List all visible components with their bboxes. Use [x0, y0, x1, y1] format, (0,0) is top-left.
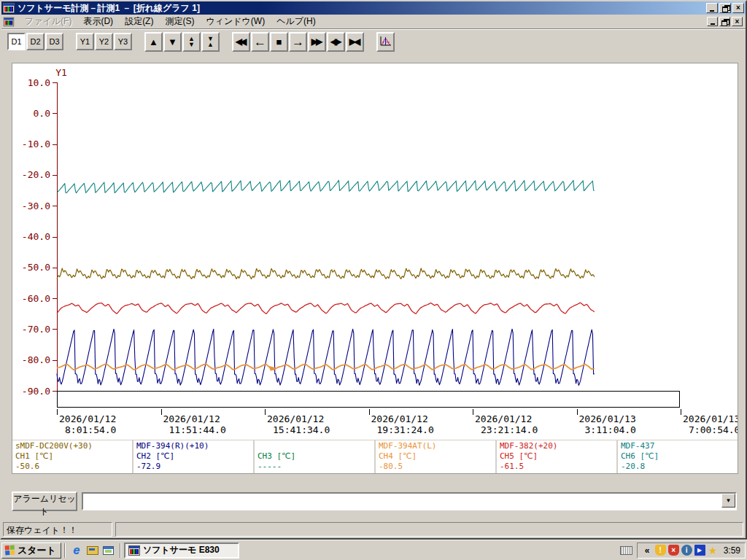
toolbar-compress-horizontal-button[interactable]: ▶◀	[346, 32, 364, 52]
toolbar-rewind-button[interactable]: ◀◀	[232, 32, 250, 52]
toolbar-expand-horizontal-button[interactable]: ◀▶	[327, 32, 345, 52]
toolbar-y2-button[interactable]: Y2	[95, 33, 113, 50]
restore-button[interactable]	[719, 3, 731, 13]
taskbar-clock: 3:59	[724, 545, 740, 556]
svg-text:-90.0: -90.0	[22, 386, 50, 397]
svg-text:2026/01/12: 2026/01/12	[267, 413, 324, 424]
toolbar-d3-button[interactable]: D3	[45, 33, 63, 50]
legend-channel-label: CH5 [℃]	[500, 451, 614, 462]
mdi-child-icon[interactable]	[4, 17, 14, 26]
taskbar-app-label: ソフトサーモ E830	[143, 544, 220, 556]
svg-text:0.0: 0.0	[34, 108, 50, 119]
svg-text:-20.0: -20.0	[22, 169, 50, 180]
window-title: ソフトサーモ計測－計測1 － [折れ線グラフ 1]	[18, 2, 706, 15]
taskbar-app-icon	[128, 545, 140, 556]
mdi-restore-icon	[721, 19, 728, 25]
taskbar-separator	[120, 543, 121, 558]
toolbar-scroll-up-button[interactable]: ▲	[144, 32, 163, 52]
title-bar: ソフトサーモ計測－計測1 － [折れ線グラフ 1] ×	[1, 1, 746, 15]
close-button[interactable]: ×	[732, 3, 744, 13]
minimize-icon	[710, 10, 714, 12]
system-tray: «!×i▶★3:59	[637, 542, 746, 559]
legend-channel-label: CH4 [℃]	[379, 451, 492, 462]
alarm-combobox[interactable]: ▼	[82, 492, 737, 510]
chart-panel: Y110.00.0-10.0-20.0-30.0-40.0-50.0-60.0-…	[12, 63, 738, 474]
toolbar-step-right-button[interactable]: →	[289, 32, 307, 52]
toolbar-stop-button[interactable]: ■	[270, 32, 288, 52]
toolbar-fast-forward-button[interactable]: ▶▶	[308, 32, 326, 52]
legend-sensor-name: MDF-394(R)(+10)	[136, 441, 250, 451]
show-desktop-icon[interactable]	[85, 543, 100, 558]
legend-ch5: MDF-382(+20)CH5 [℃]-61.5	[497, 440, 616, 473]
toolbar-y3-button[interactable]: Y3	[114, 33, 132, 50]
svg-text:2026/01/12: 2026/01/12	[59, 413, 116, 424]
start-label: スタート	[18, 544, 56, 557]
svg-text:2026/01/12: 2026/01/12	[163, 413, 220, 424]
close-icon: ×	[736, 4, 740, 12]
mdi-minimize-icon	[711, 23, 715, 25]
menu-settings[interactable]: 設定(Z)	[119, 14, 159, 29]
svg-text:-40.0: -40.0	[22, 231, 50, 242]
legend-channel-label: CH2 [℃]	[136, 451, 250, 462]
desktop: ソフトサーモ計測－計測1 － [折れ線グラフ 1] × ファイル(F)表示(D)…	[0, 0, 747, 560]
play-indicator-icon[interactable]: ▶	[694, 545, 705, 556]
menu-file[interactable]: ファイル(F)	[19, 14, 77, 29]
mdi-minimize-button[interactable]	[707, 17, 718, 26]
svg-text:19:31:24.0: 19:31:24.0	[377, 424, 434, 435]
taskbar-separator	[64, 543, 66, 558]
mdi-restore-button[interactable]	[719, 17, 730, 26]
toolbar-d1-button[interactable]: D1	[7, 33, 26, 50]
toolbar-y1-button[interactable]: Y1	[76, 33, 94, 50]
legend-channel-label: CH3 [℃]	[258, 451, 371, 462]
legend-sensor-name: MDF-437	[621, 441, 735, 451]
security-error-icon[interactable]: ×	[668, 545, 679, 556]
menu-view[interactable]: 表示(D)	[77, 14, 119, 29]
ie-quicklaunch-icon[interactable]: e	[69, 543, 84, 558]
hide-icons-chevron-icon[interactable]: «	[642, 545, 653, 556]
taskbar: スタート e ソフトサーモ E830 «!×i▶★3:59	[0, 540, 747, 560]
svg-text:10.0: 10.0	[28, 77, 50, 88]
combo-dropdown-button[interactable]: ▼	[721, 494, 735, 508]
toolbar-compress-vertical-button[interactable]: ▼▲	[201, 32, 220, 52]
svg-text:-10.0: -10.0	[22, 139, 50, 149]
svg-text:-80.0: -80.0	[22, 354, 50, 365]
toolbar-d2-button[interactable]: D2	[26, 33, 44, 50]
toolbar-step-left-button[interactable]: ←	[251, 32, 269, 52]
legend-channel-label: CH6 [℃]	[621, 451, 735, 462]
svg-text:-70.0: -70.0	[22, 324, 50, 335]
svg-text:7:00:54.0: 7:00:54.0	[689, 424, 738, 435]
start-button[interactable]: スタート	[1, 542, 61, 559]
svg-text:3:11:04.0: 3:11:04.0	[585, 424, 636, 435]
favorites-star-icon[interactable]: ★	[708, 545, 719, 556]
svg-text:23:21:14.0: 23:21:14.0	[481, 424, 538, 435]
svg-text:-60.0: -60.0	[22, 293, 50, 304]
svg-text:2026/01/12: 2026/01/12	[371, 413, 428, 424]
legend-sensor-name	[258, 441, 371, 451]
toolbar: D1D2D3Y1Y2Y3▲▼▲▼▼▲◀◀←■→▶▶◀▶▶◀	[1, 28, 746, 54]
outlook-quicklaunch-icon[interactable]	[101, 543, 116, 558]
chart-icon	[379, 36, 392, 47]
toolbar-scroll-down-button[interactable]: ▼	[163, 32, 182, 52]
svg-text:2026/01/13: 2026/01/13	[579, 413, 636, 424]
minimize-button[interactable]	[706, 3, 718, 13]
legend-current-value: -72.9	[136, 462, 250, 472]
security-warning-icon[interactable]: !	[655, 545, 666, 556]
alarm-reset-button[interactable]: アラームリセット	[12, 491, 77, 511]
menu-window[interactable]: ウィンドウ(W)	[200, 14, 271, 29]
toolbar-expand-vertical-button[interactable]: ▲▼	[182, 32, 201, 52]
keyboard-layout-icon[interactable]	[620, 546, 632, 555]
svg-text:-30.0: -30.0	[22, 201, 50, 211]
svg-text:-50.0: -50.0	[22, 262, 50, 273]
taskbar-app-button[interactable]: ソフトサーモ E830	[124, 542, 239, 559]
restore-icon	[722, 5, 729, 11]
menu-measure[interactable]: 測定(S)	[159, 14, 200, 29]
legend-ch4: MDF-394AT(L)CH4 [℃]-80.5	[376, 440, 495, 473]
menu-bar: ファイル(F)表示(D)設定(Z)測定(S)ウィンドウ(W)ヘルプ(H) ×	[1, 15, 746, 28]
status-cell-empty	[115, 522, 743, 537]
legend-sensor-name: MDF-394AT(L)	[379, 441, 492, 451]
info-balloon-icon[interactable]: i	[681, 545, 692, 556]
app-window: ソフトサーモ計測－計測1 － [折れ線グラフ 1] × ファイル(F)表示(D)…	[0, 0, 747, 540]
toolbar-graph-settings-button[interactable]	[376, 32, 395, 52]
mdi-close-button[interactable]: ×	[732, 17, 743, 26]
menu-help[interactable]: ヘルプ(H)	[271, 14, 322, 29]
